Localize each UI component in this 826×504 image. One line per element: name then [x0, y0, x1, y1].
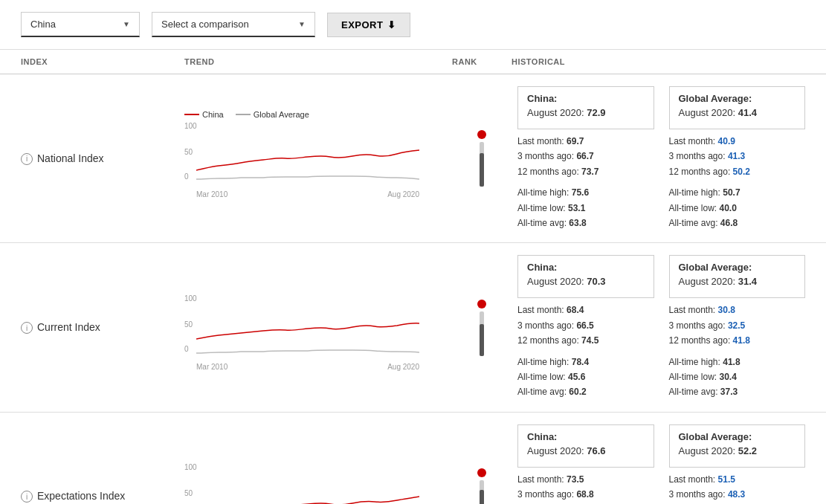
info-icon[interactable]: i: [21, 153, 33, 165]
trend-chart: 100 50 0 Mar 2010 Aug 2020: [184, 280, 422, 376]
country-dropdown[interactable]: China ▼: [21, 12, 140, 37]
rank-dot: [477, 300, 486, 308]
china-last-month-val: 73.5: [567, 474, 584, 485]
country-dropdown-arrow: ▼: [123, 20, 130, 28]
china-main-value: August 2020: 70.3: [527, 276, 645, 287]
china-ata: All-time avg: 60.2: [517, 384, 654, 399]
export-label: EXPORT: [341, 19, 383, 30]
country-label: China: [30, 19, 56, 30]
china-ata: All-time avg: 63.8: [517, 216, 654, 230]
comparison-label: Select a comparison: [161, 19, 249, 30]
historical-cell: China: August 2020: 72.9 Last month: 69.…: [512, 86, 805, 230]
global-main-box: Global Average: August 2020: 52.2: [669, 424, 806, 468]
global-last-month-val: 30.8: [718, 305, 735, 315]
china-last-month: Last month: 73.5: [517, 472, 654, 487]
rank-bar: [480, 480, 484, 504]
global-legend-line: [236, 114, 251, 115]
china-12months-val: 73.7: [581, 167, 598, 177]
rank-bar: [480, 311, 484, 356]
chart-legend: China Global Average: [184, 110, 422, 119]
rank-dot: [477, 130, 486, 139]
china-main-box: China: August 2020: 70.3: [517, 255, 654, 298]
historical-data: China: August 2020: 76.6 Last month: 73.…: [512, 424, 805, 504]
china-ath: All-time high: 75.6: [517, 185, 654, 200]
china-ath-val: 75.6: [572, 187, 589, 198]
global-ata-val: 46.8: [720, 218, 738, 228]
global-historical: Global Average: August 2020: 52.2 Last m…: [669, 424, 806, 504]
rank-cell: [452, 468, 512, 504]
china-ath: All-time high: 78.4: [517, 355, 654, 369]
global-historical: Global Average: August 2020: 31.4 Last m…: [669, 255, 806, 399]
global-ata: All-time avg: 37.3: [669, 384, 806, 399]
china-last-month-val: 68.4: [567, 305, 584, 315]
table-row: i Current Index 100 50 0 Mar 2010 Aug 20…: [0, 243, 826, 412]
index-name-cell: i Current Index: [21, 321, 184, 334]
global-main-value: August 2020: 41.4: [679, 107, 796, 118]
y-axis-100: 100: [184, 463, 197, 471]
trend-chart: China Global Average 100 50 0 Mar 2010 A…: [184, 110, 422, 207]
global-12months-val: 50.2: [733, 167, 750, 177]
info-icon[interactable]: i: [21, 491, 33, 503]
trend-cell: China Global Average 100 50 0 Mar 2010 A…: [184, 110, 452, 207]
china-header: China:: [527, 431, 645, 442]
y-axis-50: 50: [184, 148, 193, 156]
global-last-month: Last month: 40.9: [669, 134, 806, 149]
historical-data: China: August 2020: 70.3 Last month: 68.…: [512, 255, 805, 399]
china-main-box: China: August 2020: 72.9: [517, 86, 654, 129]
y-axis-100: 100: [184, 122, 197, 130]
global-main-box: Global Average: August 2020: 31.4: [669, 255, 806, 298]
global-3months: 3 months ago: 48.3: [669, 487, 806, 502]
china-aug-val: 72.9: [587, 107, 605, 118]
china-sub-values: Last month: 68.4 3 months ago: 66.5 12 m…: [517, 303, 654, 399]
export-button[interactable]: EXPORT ⬇: [327, 13, 410, 37]
china-12months: 12 months ago: 74.5: [517, 333, 654, 348]
china-sub-values: Last month: 69.7 3 months ago: 66.7 12 m…: [517, 134, 654, 230]
global-main-box: Global Average: August 2020: 41.4: [669, 86, 806, 129]
col-index: INDEX: [21, 57, 184, 66]
china-sub-values: Last month: 73.5 3 months ago: 68.8 12 m…: [517, 472, 654, 504]
china-aug-val: 70.3: [587, 276, 605, 287]
china-12months: 12 months ago: 73.7: [517, 164, 654, 179]
historical-cell: China: August 2020: 76.6 Last month: 73.…: [512, 424, 805, 504]
global-3months: 3 months ago: 32.5: [669, 318, 806, 333]
chart-area: 100 50 0: [184, 122, 422, 189]
historical-data: China: August 2020: 72.9 Last month: 69.…: [512, 86, 805, 230]
rank-dot: [477, 468, 486, 477]
rank-indicator: [452, 468, 512, 504]
historical-cell: China: August 2020: 70.3 Last month: 68.…: [512, 255, 805, 399]
y-axis-50: 50: [184, 320, 193, 329]
china-ata-val: 60.2: [569, 387, 586, 397]
comparison-dropdown[interactable]: Select a comparison ▼: [152, 12, 315, 37]
y-axis-50: 50: [184, 489, 193, 497]
global-legend: Global Average: [236, 110, 309, 119]
info-icon[interactable]: i: [21, 322, 33, 334]
china-atl-val: 45.6: [568, 372, 585, 382]
chart-area: 100 50 0: [184, 463, 422, 504]
china-3months: 3 months ago: 66.7: [517, 149, 654, 164]
china-atl: All-time low: 53.1: [517, 201, 654, 216]
rank-bar-fill: [480, 490, 484, 504]
index-name-text: Current Index: [37, 321, 100, 333]
index-name: i Expectations Index: [21, 490, 184, 503]
global-3months-val: 32.5: [728, 320, 745, 331]
rank-bar-fill: [480, 324, 484, 356]
global-atl-val: 30.4: [720, 372, 737, 382]
global-12months: 12 months ago: 50.2: [669, 164, 806, 179]
global-last-month-val: 40.9: [718, 136, 735, 146]
china-last-month: Last month: 69.7: [517, 134, 654, 149]
y-axis-0: 0: [184, 172, 189, 181]
trend-chart: 100 50 0 Mar 2010 Aug 2020: [184, 448, 422, 504]
global-main-value: August 2020: 31.4: [679, 276, 796, 287]
global-ata: All-time avg: 46.8: [669, 216, 806, 230]
rank-indicator: [452, 130, 512, 187]
x-axis: Mar 2010 Aug 2020: [196, 363, 419, 371]
china-header: China:: [527, 262, 645, 273]
chart-end: Aug 2020: [387, 363, 419, 371]
index-name-cell: i National Index: [21, 152, 184, 165]
china-main-value: August 2020: 72.9: [527, 107, 645, 118]
col-historical: HISTORICAL: [512, 57, 805, 66]
global-main-value: August 2020: 52.2: [679, 445, 796, 456]
china-ath-val: 78.4: [572, 357, 589, 367]
global-atl: All-time low: 40.0: [669, 201, 806, 216]
rank-bar: [480, 142, 484, 187]
